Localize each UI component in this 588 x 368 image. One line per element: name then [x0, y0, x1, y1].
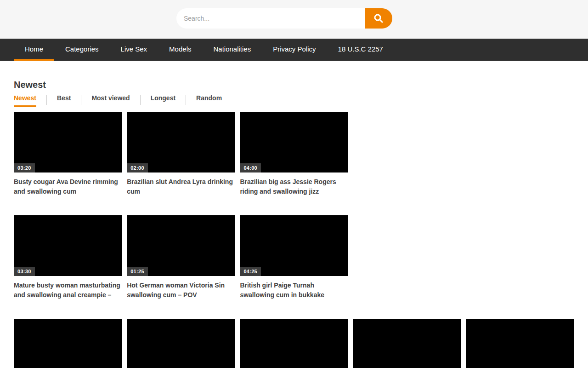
nav-link[interactable]: 18 U.S.C 2257 — [327, 39, 394, 61]
nav-link[interactable]: Home — [14, 39, 54, 61]
video-card[interactable]: 02:00 Brazilian slut Andrea Lyra drinkin… — [127, 112, 235, 196]
sort-tab[interactable]: Random — [196, 95, 222, 107]
search-icon — [373, 13, 384, 23]
nav-item: Privacy Policy — [262, 39, 327, 61]
nav-item: Nationalities — [202, 39, 262, 61]
nav-item: Models — [158, 39, 202, 61]
video-card[interactable]: 03:20 Busty cougar Ava Devine rimming an… — [14, 112, 122, 196]
tab-separator — [186, 95, 186, 105]
video-title[interactable]: British girl Paige Turnah swallowing cum… — [240, 281, 348, 300]
video-card[interactable]: 04:25 British girl Paige Turnah swallowi… — [240, 215, 348, 300]
video-card[interactable]: 01:25 Hot German woman Victoria Sin swal… — [127, 215, 235, 300]
main-content: Newest NewestBestMost viewedLongestRando… — [0, 79, 588, 368]
video-thumbnail[interactable]: 03:30 — [14, 215, 122, 276]
video-thumbnail[interactable]: 03:20 — [14, 112, 122, 172]
video-title[interactable]: Hot German woman Victoria Sin swallowing… — [127, 281, 235, 300]
main-nav: Home Categories Live Sex Models National… — [0, 39, 588, 61]
duration-badge: 03:30 — [14, 267, 35, 276]
video-thumbnail[interactable]: 04:25 — [240, 215, 348, 276]
video-title[interactable]: Brazilian slut Andrea Lyra drinking cum — [127, 177, 235, 196]
video-thumbnail[interactable]: 02:00 — [127, 112, 235, 172]
video-thumbnail[interactable]: 01:25 — [127, 215, 235, 276]
duration-badge: 01:25 — [127, 267, 148, 276]
site-header — [0, 0, 588, 39]
video-card[interactable] — [466, 319, 574, 368]
nav-item: Live Sex — [110, 39, 158, 61]
video-card[interactable]: 04:00 Brazilian big ass Jessie Rogers ri… — [240, 112, 348, 196]
tab-separator — [81, 95, 81, 105]
video-card[interactable] — [240, 319, 348, 368]
sort-tab[interactable]: Longest — [151, 95, 175, 107]
video-card[interactable] — [127, 319, 235, 368]
nav-item: 18 U.S.C 2257 — [327, 39, 394, 61]
video-title[interactable]: Mature busty woman masturbating and swal… — [14, 281, 122, 300]
section-title: Newest — [14, 79, 574, 90]
tab-separator — [46, 95, 47, 105]
video-grid: 03:20 Busty cougar Ava Devine rimming an… — [14, 112, 574, 368]
video-title[interactable]: Brazilian big ass Jessie Rogers riding a… — [240, 177, 348, 196]
sort-tab[interactable]: Newest — [14, 95, 36, 107]
sort-tab[interactable]: Best — [57, 95, 71, 107]
duration-badge: 03:20 — [14, 163, 35, 172]
search-form — [176, 8, 392, 29]
duration-badge: 02:00 — [127, 163, 148, 172]
search-input[interactable] — [176, 8, 365, 29]
duration-badge: 04:00 — [240, 163, 261, 172]
sort-tab[interactable]: Most viewed — [91, 95, 130, 107]
nav-link[interactable]: Models — [158, 39, 202, 61]
video-thumbnail[interactable] — [127, 319, 235, 368]
search-button[interactable] — [365, 8, 392, 29]
sort-tabs: NewestBestMost viewedLongestRandom — [14, 95, 574, 107]
video-card[interactable]: 03:30 Mature busty woman masturbating an… — [14, 215, 122, 300]
video-thumbnail[interactable] — [240, 319, 348, 368]
nav-list: Home Categories Live Sex Models National… — [14, 39, 574, 61]
nav-link[interactable]: Privacy Policy — [262, 39, 327, 61]
video-title[interactable]: Busty cougar Ava Devine rimming and swal… — [14, 177, 122, 196]
tab-separator — [140, 95, 141, 105]
video-thumbnail[interactable] — [466, 319, 574, 368]
video-thumbnail[interactable]: 04:00 — [240, 112, 348, 172]
video-thumbnail[interactable] — [353, 319, 461, 368]
nav-link[interactable]: Categories — [54, 39, 110, 61]
nav-item: Categories — [54, 39, 110, 61]
nav-link[interactable]: Live Sex — [110, 39, 158, 61]
nav-item: Home — [14, 39, 54, 61]
video-card[interactable] — [353, 319, 461, 368]
video-thumbnail[interactable] — [14, 319, 122, 368]
nav-link[interactable]: Nationalities — [202, 39, 262, 61]
video-card[interactable] — [14, 319, 122, 368]
duration-badge: 04:25 — [240, 267, 261, 276]
